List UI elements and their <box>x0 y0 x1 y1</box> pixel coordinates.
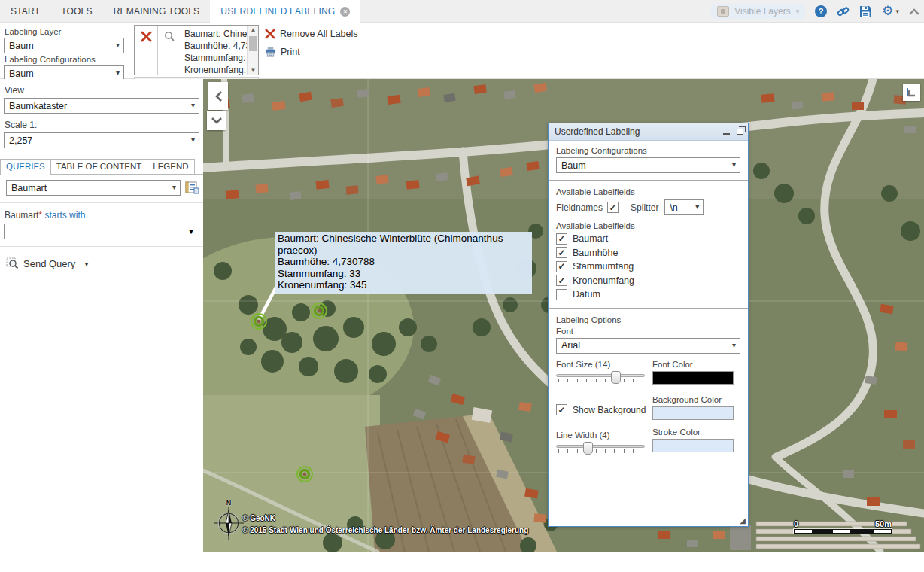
top-tab-bar: START TOOLS REMAINING TOOLS USERDEFINED … <box>0 0 924 23</box>
ribbon-toolbar: Labeling Layer Baum ▾ Labeling Configura… <box>0 23 924 79</box>
tab-start[interactable]: START <box>0 0 50 23</box>
background-color-swatch[interactable] <box>652 406 734 420</box>
font-size-slider[interactable] <box>556 371 645 388</box>
stammumfang-checkbox[interactable]: ✓ <box>556 261 567 272</box>
tab-legend-label: LEGEND <box>153 162 188 171</box>
query-select[interactable]: Baumart ▾ <box>6 180 181 196</box>
print-button[interactable]: Print <box>265 47 358 57</box>
stroke-color-swatch[interactable] <box>652 439 734 452</box>
line-width-slider-thumb[interactable] <box>583 442 593 455</box>
query-form-icon[interactable] <box>185 181 199 194</box>
splitter-value: \n <box>670 202 677 213</box>
tab-queries[interactable]: QUERIES <box>0 159 51 175</box>
settings-gear-button[interactable]: ⚙ ▾ <box>882 5 899 17</box>
background-color-label: Background Color <box>652 395 740 404</box>
tab-userdefined-labeling[interactable]: USERDEFINED LABELING ✕ <box>210 0 360 23</box>
scroll-down-icon[interactable]: ▼ <box>248 67 259 74</box>
tab-close-icon[interactable]: ✕ <box>340 7 350 17</box>
save-icon[interactable] <box>859 5 872 18</box>
visible-layers-icon <box>717 6 729 17</box>
label-list-line: Kronenumfang: 3... <box>184 64 245 75</box>
send-query-button[interactable]: Send Query ▾ <box>6 257 203 269</box>
baumart-label: Baumart <box>573 233 608 244</box>
label-list-line: Baumhöhe: 4,730... <box>184 40 245 52</box>
font-color-swatch[interactable] <box>652 371 734 385</box>
red-x-icon <box>141 31 152 42</box>
minimize-icon[interactable] <box>723 133 730 135</box>
collapse-ribbon-icon[interactable] <box>909 8 919 15</box>
labeling-options-heading: Labeling Options <box>556 315 740 324</box>
map-canvas[interactable]: Baumart: Chinesische Winterblüte (Chimon… <box>203 79 924 552</box>
chevron-down-icon: ▾ <box>116 68 120 77</box>
panel-labeling-config-select[interactable]: Baum ▾ <box>556 157 740 173</box>
datum-checkbox[interactable] <box>556 289 567 300</box>
chevron-down-icon[interactable]: ▾ <box>84 260 88 268</box>
visible-layers-button[interactable]: Visible Layers ▾ <box>711 4 805 19</box>
labeling-config-value: Baum <box>9 68 34 79</box>
panel-labeling-config-value: Baum <box>561 160 586 171</box>
show-background-checkbox[interactable]: ✓ <box>556 404 567 415</box>
tab-table-of-content-label: TABLE OF CONTENT <box>56 162 142 171</box>
tab-remaining-tools[interactable]: REMAINING TOOLS <box>103 0 211 23</box>
help-icon[interactable]: ? <box>815 5 827 17</box>
kronenumfang-label: Kronenumfang <box>573 275 634 286</box>
collapse-down-button[interactable] <box>207 111 226 130</box>
scrollbar-thumb[interactable] <box>249 36 257 51</box>
scalebar-graphic <box>794 529 892 534</box>
label-zoom-button[interactable] <box>158 26 181 75</box>
magnifier-icon <box>164 31 175 42</box>
collapse-sidebar-button[interactable] <box>208 82 228 110</box>
labeling-layer-label: Labeling Layer <box>5 27 124 36</box>
datum-label: Datum <box>573 289 600 300</box>
tab-table-of-content[interactable]: TABLE OF CONTENT <box>50 159 148 174</box>
chevron-down-icon: ▾ <box>191 135 195 144</box>
chevron-down-icon: ▾ <box>796 8 800 15</box>
labeling-layer-select[interactable]: Baum ▾ <box>4 38 124 53</box>
overview-map-button[interactable] <box>903 84 920 101</box>
link-icon[interactable] <box>837 5 850 18</box>
splitter-select[interactable]: \n ▾ <box>664 199 704 215</box>
left-sidebar: View Baumkataster ▾ Scale 1: 2,257 ▾ QUE… <box>0 79 203 552</box>
line-width-slider[interactable] <box>556 442 645 458</box>
scalebar-start-label: 0 <box>794 519 798 528</box>
chevron-down-icon: ▾ <box>116 41 120 49</box>
tab-legend[interactable]: LEGEND <box>147 159 194 174</box>
chevron-down-icon: ▾ <box>695 202 699 211</box>
compass-north-label: N <box>214 499 244 507</box>
baumhoehe-checkbox[interactable]: ✓ <box>556 247 567 258</box>
label-list-vertical-scrollbar[interactable]: ▲ ▼ <box>247 26 258 75</box>
show-background-label: Show Background <box>573 405 646 415</box>
baumart-checkbox[interactable]: ✓ <box>556 233 567 245</box>
view-select[interactable]: Baumkataster ▾ <box>4 98 199 114</box>
stammumfang-label: Stammumfang <box>573 261 634 272</box>
kronenumfang-checkbox[interactable]: ✓ <box>556 275 567 286</box>
label-list-text[interactable]: Baumart: Chinesis... Baumhöhe: 4,730... … <box>181 26 247 75</box>
field-row-stammumfang: ✓ Stammumfang <box>556 260 740 273</box>
filter-operator: starts with <box>44 210 85 221</box>
remove-all-labels-button[interactable]: Remove All Labels <box>265 29 358 39</box>
scale-select[interactable]: 2,257 ▾ <box>4 132 199 148</box>
callout-line: Stammumfang: 33 <box>278 268 529 280</box>
attribution-line-2: © 2015 Stadt Wien und Österreichische Lä… <box>242 526 528 534</box>
label-remove-button[interactable] <box>135 26 158 75</box>
resize-grip-icon[interactable]: ◢ <box>740 516 746 525</box>
panel-title-bar[interactable]: Userdefined Labeling <box>549 123 748 141</box>
restore-icon[interactable] <box>737 129 743 135</box>
tab-tools-label: TOOLS <box>61 6 92 17</box>
label-list-line: Stammumfang: 33 <box>184 52 245 64</box>
tab-tools[interactable]: TOOLS <box>50 0 102 23</box>
query-value-combobox[interactable]: ▼ <box>4 224 199 239</box>
remove-all-labels-label: Remove All Labels <box>280 29 358 39</box>
font-select[interactable]: Arial ▾ <box>556 338 740 354</box>
field-row-baumhoehe: ✓ Baumhöhe <box>556 247 740 260</box>
font-label: Font <box>556 327 740 336</box>
scroll-up-icon[interactable]: ▲ <box>248 26 259 33</box>
combobox-dropdown-icon[interactable]: ▼ <box>187 227 195 236</box>
scale-value: 2,257 <box>9 135 32 146</box>
labeling-config-label: Labeling Configurations <box>5 55 124 64</box>
font-size-slider-thumb[interactable] <box>611 371 621 384</box>
view-value: Baumkataster <box>9 101 67 111</box>
fieldnames-checkbox[interactable]: ✓ <box>607 202 619 213</box>
tab-remaining-tools-label: REMAINING TOOLS <box>114 6 200 17</box>
panel-title: Userdefined Labeling <box>555 126 640 137</box>
